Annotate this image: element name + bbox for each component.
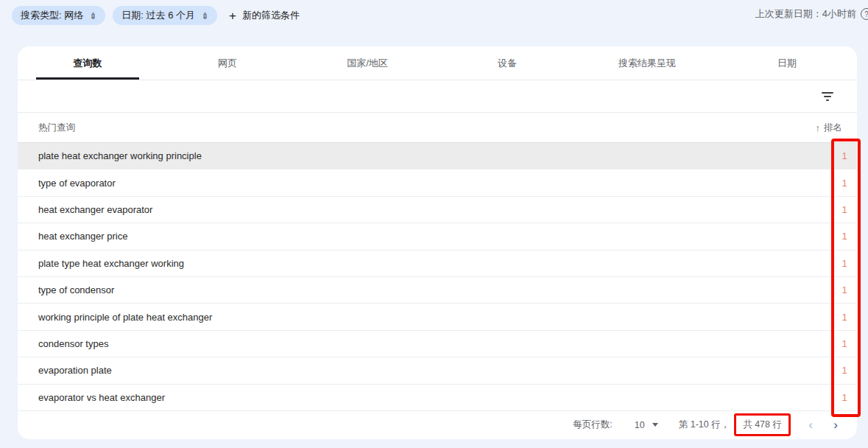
table-row[interactable]: condensor types1: [18, 331, 857, 357]
rows-per-page-select[interactable]: 10: [635, 420, 658, 430]
query-cell: plate heat exchanger working principle: [38, 150, 832, 161]
query-cell: type of evaporator: [38, 178, 832, 189]
help-icon[interactable]: ?: [861, 8, 868, 20]
table-header: 热门查询 ↑ 排名: [18, 113, 857, 143]
tab-label: 查询数: [74, 57, 102, 70]
table-row[interactable]: evaporator vs heat exchanger1: [18, 385, 857, 411]
table-row[interactable]: type of condensor1: [18, 277, 857, 304]
tab-pages[interactable]: 网页: [158, 46, 297, 80]
rank-cell: 1: [832, 312, 857, 323]
filter-list-icon[interactable]: [819, 89, 836, 104]
sort-ascending-icon: ↑: [816, 122, 821, 133]
query-cell: type of condensor: [38, 284, 832, 295]
rank-cell: 1: [832, 338, 857, 349]
edit-pencil-icon: ✏: [88, 12, 98, 19]
row-range-label: 第 1-10 行，: [679, 419, 730, 431]
rank-cell: 1: [832, 204, 857, 215]
rows-per-page-value: 10: [635, 420, 645, 430]
top-filter-bar: 搜索类型: 网络✏日期: 过去 6 个月✏ + 新的筛选条件 上次更新日期：4小…: [0, 0, 868, 46]
total-rows-badge: 共 478 行: [734, 413, 791, 436]
next-page-button[interactable]: ›: [823, 414, 848, 436]
rows-per-page-label: 每页行数:: [573, 419, 612, 431]
query-cell: condensor types: [38, 338, 832, 349]
table-row[interactable]: plate type heat exchanger working1: [18, 251, 857, 277]
plus-icon: +: [229, 10, 236, 22]
rank-cell: 1: [832, 178, 857, 189]
table-row[interactable]: plate heat exchanger working principle1: [18, 143, 857, 169]
query-cell: working principle of plate heat exchange…: [38, 312, 832, 323]
query-cell: heat exchanger evaporator: [38, 204, 832, 215]
query-cell: heat exchanger price: [38, 231, 832, 242]
tab-label: 设备: [498, 57, 517, 70]
new-filter-label: 新的筛选条件: [242, 9, 300, 22]
filter-chip-label: 搜索类型: 网络: [21, 9, 83, 22]
rank-cell: 1: [832, 150, 857, 161]
filter-chips: 搜索类型: 网络✏日期: 过去 6 个月✏: [12, 6, 217, 25]
tab-queries[interactable]: 查询数: [18, 46, 158, 80]
performance-card: 查询数网页国家/地区设备搜索结果呈现日期 热门查询 ↑ 排名 plate hea…: [18, 46, 857, 439]
filter-chip-search-type[interactable]: 搜索类型: 网络✏: [12, 6, 105, 25]
rank-cell: 1: [832, 365, 857, 376]
last-updated-status: 上次更新日期：4小时前 ?: [755, 7, 868, 21]
query-cell: evaporator vs heat exchanger: [38, 392, 832, 403]
tab-countries[interactable]: 国家/地区: [297, 46, 437, 80]
query-cell: evaporation plate: [38, 365, 832, 376]
new-filter-button[interactable]: + 新的筛选条件: [229, 6, 300, 25]
tab-bar: 查询数网页国家/地区设备搜索结果呈现日期: [18, 46, 857, 80]
tab-devices[interactable]: 设备: [437, 46, 577, 80]
last-updated-label: 上次更新日期：4小时前: [755, 7, 856, 21]
query-cell: plate type heat exchanger working: [38, 258, 832, 269]
tab-label: 搜索结果呈现: [618, 57, 676, 70]
tab-label: 日期: [777, 57, 797, 70]
tab-label: 国家/地区: [347, 57, 388, 70]
edit-pencil-icon: ✏: [200, 12, 210, 19]
table-row[interactable]: working principle of plate heat exchange…: [18, 304, 857, 330]
table-row[interactable]: heat exchanger price1: [18, 223, 857, 250]
rank-cell: 1: [832, 392, 857, 403]
tab-search-appearance[interactable]: 搜索结果呈现: [577, 46, 717, 80]
tab-label: 网页: [218, 57, 237, 70]
query-table-body: plate heat exchanger working principle1t…: [18, 143, 857, 411]
filter-chip-label: 日期: 过去 6 个月: [121, 9, 195, 22]
rank-cell: 1: [832, 258, 857, 269]
table-row[interactable]: heat exchanger evaporator1: [18, 197, 857, 223]
table-row[interactable]: type of evaporator1: [18, 169, 857, 196]
filter-chip-date-range[interactable]: 日期: 过去 6 个月✏: [113, 6, 217, 25]
previous-page-button[interactable]: ‹: [798, 414, 823, 436]
rank-column-header[interactable]: ↑ 排名: [816, 122, 847, 134]
chevron-down-icon: [652, 423, 658, 427]
rank-cell: 1: [832, 231, 857, 242]
rank-cell: 1: [832, 284, 857, 295]
tab-dates[interactable]: 日期: [717, 46, 857, 80]
table-toolbar: [18, 80, 857, 113]
query-column-header[interactable]: 热门查询: [38, 122, 75, 134]
table-row[interactable]: evaporation plate1: [18, 357, 857, 384]
pagination-bar: 每页行数: 10 第 1-10 行， 共 478 行 ‹ ›: [18, 411, 857, 439]
rank-header-label: 排名: [824, 122, 842, 134]
